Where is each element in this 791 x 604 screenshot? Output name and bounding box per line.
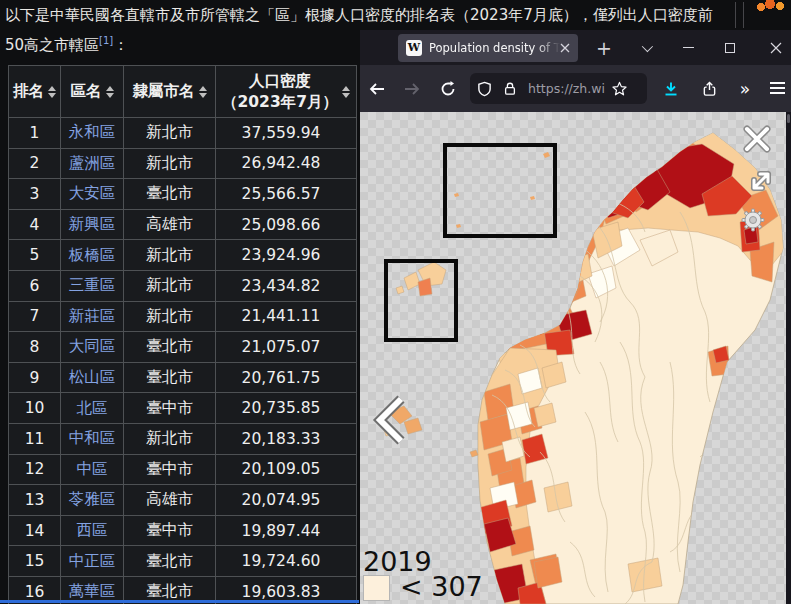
- district-link[interactable]: 松山區: [69, 368, 116, 386]
- tab-strip: W Population density of Ta +: [360, 30, 791, 65]
- density-cell: 19,897.44: [216, 515, 357, 546]
- navigation-toolbar: https://zh.wi »: [360, 65, 791, 112]
- district-link[interactable]: 大同區: [69, 337, 116, 355]
- density-ranking-table: 排名 區名 隸屬市名 人口密度（2023年7月） 1永和區新北市37,559.9…: [8, 65, 357, 604]
- viewer-settings-gear-icon[interactable]: [737, 204, 769, 236]
- viewer-close-icon[interactable]: [742, 124, 772, 154]
- lock-icon[interactable]: [498, 81, 522, 96]
- table-row: 8大同區臺北市21,075.07: [9, 332, 357, 363]
- browser-window: W Population density of Ta + ht: [360, 30, 791, 604]
- window-close-button[interactable]: [763, 30, 789, 65]
- url-text[interactable]: https://zh.wi: [528, 81, 606, 96]
- table-row: 1永和區新北市37,559.94: [9, 118, 357, 149]
- district-link[interactable]: 中正區: [69, 552, 116, 570]
- district-cell: 永和區: [61, 118, 124, 149]
- browser-tab[interactable]: W Population density of Ta: [398, 34, 578, 62]
- sort-icon[interactable]: [106, 86, 114, 98]
- table-row: 9松山區臺北市20,761.75: [9, 362, 357, 393]
- district-link[interactable]: 蘆洲區: [69, 154, 116, 172]
- city-cell: 臺北市: [124, 362, 216, 393]
- district-link[interactable]: 萬華區: [69, 582, 116, 600]
- viewer-expand-icon[interactable]: [746, 166, 776, 196]
- district-link[interactable]: 三重區: [69, 276, 116, 294]
- district-link[interactable]: 中和區: [69, 429, 116, 447]
- header-density[interactable]: 人口密度（2023年7月）: [216, 66, 357, 118]
- density-cell: 23,434.82: [216, 270, 357, 301]
- district-link[interactable]: 新莊區: [69, 307, 116, 325]
- scrollbar[interactable]: [786, 112, 791, 604]
- table-row: 5板橋區新北市23,924.96: [9, 240, 357, 271]
- rank-cell: 3: [9, 179, 61, 210]
- reference-link[interactable]: [1]: [99, 35, 113, 46]
- table-row: 14西區臺中市19,897.44: [9, 515, 357, 546]
- legend-bucket-label: < 307: [400, 571, 483, 602]
- tab-title: Population density of Ta: [429, 41, 560, 55]
- overflow-menu-icon[interactable]: »: [732, 65, 758, 112]
- share-icon[interactable]: [696, 65, 722, 112]
- header-district[interactable]: 區名: [61, 66, 124, 118]
- sort-icon[interactable]: [48, 86, 56, 98]
- district-link[interactable]: 新興區: [69, 215, 116, 233]
- district-link[interactable]: 永和區: [69, 123, 116, 141]
- bookmark-star-icon[interactable]: [606, 81, 632, 96]
- density-table-body: 1永和區新北市37,559.942蘆洲區新北市26,942.483大安區臺北市2…: [9, 118, 357, 604]
- shield-icon[interactable]: [470, 81, 498, 97]
- taiwan-density-map[interactable]: [360, 112, 786, 604]
- hamburger-menu-icon[interactable]: [770, 82, 785, 94]
- city-cell: 新北市: [124, 240, 216, 271]
- header-rank[interactable]: 排名: [9, 66, 61, 118]
- back-button[interactable]: [360, 82, 394, 96]
- matsu-annotation-box: [443, 143, 557, 238]
- sort-icon[interactable]: [199, 86, 207, 98]
- rank-cell: 7: [9, 301, 61, 332]
- table-row: 11中和區新北市20,183.33: [9, 423, 357, 454]
- district-cell: 三重區: [61, 270, 124, 301]
- forward-button[interactable]: [394, 82, 430, 96]
- firefox-logo-fragment: [753, 0, 789, 12]
- table-row: 3大安區臺北市25,566.57: [9, 179, 357, 210]
- rank-cell: 5: [9, 240, 61, 271]
- density-cell: 21,075.07: [216, 332, 357, 363]
- minimize-button[interactable]: [676, 30, 700, 65]
- city-cell: 新北市: [124, 423, 216, 454]
- city-cell: 臺中市: [124, 515, 216, 546]
- list-tabs-icon[interactable]: [635, 30, 657, 65]
- density-cell: 20,109.05: [216, 454, 357, 485]
- previous-image-chevron-icon[interactable]: [370, 394, 406, 446]
- density-cell: 20,074.95: [216, 485, 357, 516]
- header-city[interactable]: 隸屬市名: [124, 66, 216, 118]
- wikipedia-favicon: W: [406, 40, 422, 56]
- district-link[interactable]: 中區: [77, 460, 108, 478]
- table-row: 12中區臺中市20,109.05: [9, 454, 357, 485]
- table-row: 13苓雅區高雄市20,074.95: [9, 485, 357, 516]
- kinmen-annotation-box: [384, 259, 458, 342]
- district-cell: 新興區: [61, 209, 124, 240]
- district-link[interactable]: 大安區: [69, 184, 116, 202]
- downloads-button[interactable]: [658, 65, 684, 112]
- reload-button[interactable]: [430, 81, 466, 97]
- city-cell: 新北市: [124, 118, 216, 149]
- district-link[interactable]: 西區: [77, 521, 108, 539]
- close-icon: [770, 42, 782, 54]
- table-row: 7新莊區新北市21,441.11: [9, 301, 357, 332]
- divider: [735, 2, 736, 28]
- city-cell: 新北市: [124, 301, 216, 332]
- rank-cell: 8: [9, 332, 61, 363]
- city-cell: 新北市: [124, 270, 216, 301]
- map-viewer-content: 2019 < 307: [360, 112, 791, 604]
- rank-cell: 6: [9, 270, 61, 301]
- new-tab-button[interactable]: +: [592, 30, 616, 65]
- district-cell: 中區: [61, 454, 124, 485]
- tab-close-icon[interactable]: [560, 43, 570, 53]
- sort-icon[interactable]: [342, 86, 350, 98]
- url-bar[interactable]: https://zh.wi: [470, 73, 647, 104]
- district-link[interactable]: 北區: [77, 399, 108, 417]
- district-cell: 苓雅區: [61, 485, 124, 516]
- maximize-button[interactable]: [718, 30, 742, 65]
- density-cell: 20,735.85: [216, 393, 357, 424]
- district-cell: 中和區: [61, 423, 124, 454]
- district-link[interactable]: 苓雅區: [69, 490, 116, 508]
- rank-cell: 4: [9, 209, 61, 240]
- scrollbar-thumb[interactable]: [787, 114, 790, 123]
- district-link[interactable]: 板橋區: [69, 246, 116, 264]
